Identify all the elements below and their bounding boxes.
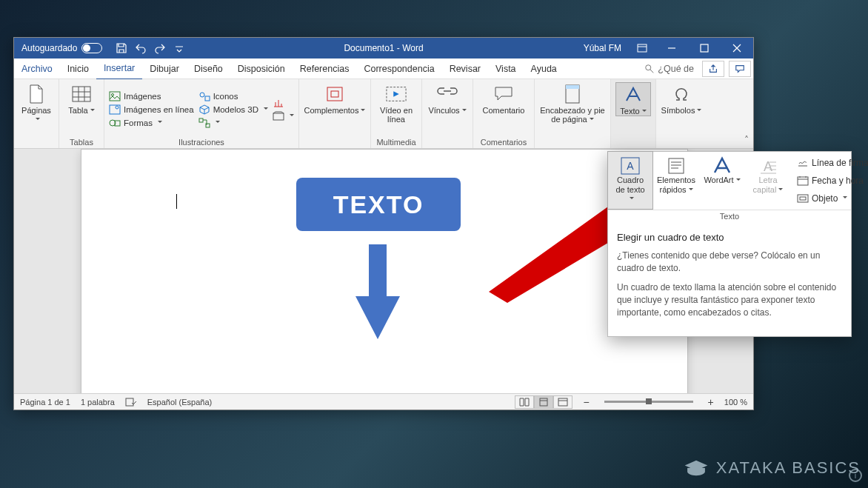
texto-button[interactable]: Texto — [615, 82, 651, 116]
zoom-slider[interactable] — [604, 401, 693, 403]
word-count[interactable]: 1 palabra — [81, 398, 115, 407]
tab-file[interactable]: Archivo — [14, 59, 60, 79]
fecha-y-hora-button[interactable]: Fecha y hora — [797, 174, 868, 187]
tab-correspondencia[interactable]: Correspondencia — [356, 59, 441, 79]
tab-ayuda[interactable]: Ayuda — [524, 59, 564, 79]
undo-icon[interactable] — [135, 42, 147, 54]
tab-dibujar[interactable]: Dibujar — [142, 59, 187, 79]
read-mode-button[interactable] — [515, 395, 534, 409]
language-indicator[interactable]: Español (España) — [147, 398, 212, 407]
objeto-button[interactable]: Objeto — [797, 192, 868, 205]
tooltip-panel: Elegir un cuadro de texto ¿Tienes conten… — [608, 224, 851, 336]
tab-insertar[interactable]: Insertar — [96, 58, 142, 80]
wordart-button[interactable]: WordArt — [699, 152, 745, 210]
cuadro-de-texto-button[interactable]: A Cuadro de texto — [607, 151, 653, 210]
svg-rect-14 — [273, 113, 284, 120]
tab-inicio[interactable]: Inicio — [60, 59, 96, 79]
complementos-button[interactable]: Complementos — [304, 82, 366, 115]
redo-icon[interactable] — [154, 42, 166, 54]
tab-revisar[interactable]: Revisar — [442, 59, 488, 79]
text-cursor — [176, 194, 177, 209]
svg-point-7 — [116, 106, 118, 109]
wordart-icon — [712, 156, 732, 176]
addins-icon — [324, 84, 345, 104]
close-button[interactable] — [721, 38, 753, 59]
qat-more-icon[interactable] — [173, 42, 185, 54]
svg-text:A: A — [764, 159, 772, 174]
smartart-button[interactable] — [198, 116, 268, 130]
chart-button[interactable] — [273, 96, 294, 110]
svg-rect-26 — [669, 158, 684, 173]
minimize-button[interactable] — [655, 38, 688, 59]
svg-rect-11 — [205, 96, 210, 101]
spellcheck-icon[interactable] — [125, 397, 137, 407]
autosave-label: Autoguardado — [21, 43, 77, 53]
group-texto: Texto — [611, 79, 656, 148]
imagenes-button[interactable]: Imágenes — [109, 90, 194, 103]
title-bar: Autoguardado Documento1 - Word Yúbal FM — [14, 38, 753, 59]
paginas-button[interactable]: Páginas — [19, 82, 54, 124]
table-icon — [71, 84, 92, 104]
maximize-button[interactable] — [688, 38, 721, 59]
tab-disposicion[interactable]: Disposición — [230, 59, 293, 79]
tab-vista[interactable]: Vista — [488, 59, 524, 79]
svg-rect-1 — [701, 44, 708, 52]
svg-rect-28 — [798, 177, 808, 185]
svg-rect-23 — [558, 398, 567, 406]
group-paginas: Páginas — [14, 79, 59, 148]
autosave-toggle[interactable]: Autoguardado — [14, 43, 110, 53]
tab-referencias[interactable]: Referencias — [293, 59, 357, 79]
zoom-level[interactable]: 100 % — [724, 398, 747, 407]
svg-rect-12 — [199, 118, 203, 122]
pictures-icon — [109, 90, 121, 102]
comments-pane-button[interactable] — [729, 61, 751, 77]
chart-icon — [273, 97, 284, 109]
screenshot-icon — [273, 110, 284, 122]
collapse-ribbon-icon[interactable]: ˄ — [744, 135, 749, 145]
web-layout-button[interactable] — [553, 395, 572, 409]
vinculos-button[interactable]: Vínculos — [427, 82, 468, 115]
status-bar: Página 1 de 1 1 palabra Español (España)… — [14, 393, 753, 410]
iconos-button[interactable]: Iconos — [198, 90, 268, 103]
tab-diseno[interactable]: Diseño — [187, 59, 230, 79]
linea-de-firma-button[interactable]: Línea de firma — [797, 156, 868, 170]
ribbon-display-icon[interactable] — [629, 42, 655, 54]
group-label: Ilustraciones — [109, 136, 294, 147]
simbolos-label: Símbolos — [661, 106, 702, 115]
simbolos-button[interactable]: Símbolos — [661, 82, 702, 115]
user-name[interactable]: Yúbal FM — [576, 43, 629, 53]
formas-button[interactable]: Formas — [109, 116, 194, 130]
share-button[interactable] — [702, 61, 724, 77]
tell-me-search[interactable]: ¿Qué de — [638, 64, 700, 74]
group-label — [304, 136, 366, 147]
texto-gallery-popup: A Cuadro de texto Elementos rápidos Word… — [607, 151, 852, 337]
zoom-out-button[interactable]: − — [583, 396, 589, 408]
document-page[interactable]: TEXTO — [81, 149, 688, 393]
print-layout-button[interactable] — [534, 395, 553, 409]
video-en-linea-button[interactable]: Vídeo en línea — [375, 82, 417, 124]
tooltip-text-1: ¿Tienes contenido que debe verse? Colóca… — [617, 250, 842, 275]
group-label — [19, 136, 54, 147]
drop-cap-icon: A — [758, 156, 778, 176]
comment-icon — [493, 84, 514, 104]
quick-parts-icon — [666, 156, 687, 176]
3d-models-icon — [198, 104, 210, 116]
group-multimedia: Vídeo en línea Multimedia — [371, 79, 422, 148]
letra-capital-button: A Letra capital — [745, 152, 791, 210]
icons-icon — [198, 90, 210, 102]
page-indicator[interactable]: Página 1 de 1 — [20, 398, 70, 407]
tabla-button[interactable]: Tabla — [64, 82, 99, 115]
group-complementos: Complementos — [299, 79, 371, 148]
group-ilustraciones: Imágenes Imágenes en línea Formas Iconos… — [104, 79, 299, 148]
elementos-rapidos-button[interactable]: Elementos rápidos — [653, 152, 699, 210]
save-icon[interactable] — [116, 42, 127, 54]
comentario-button[interactable]: Comentario — [478, 82, 530, 115]
zoom-in-button[interactable]: + — [708, 396, 714, 408]
imagenes-en-linea-button[interactable]: Imágenes en línea — [109, 103, 194, 116]
blue-down-arrow-shape[interactable] — [355, 244, 400, 341]
info-icon: i — [849, 469, 862, 482]
svg-point-2 — [646, 64, 651, 70]
screenshot-button[interactable] — [273, 110, 294, 123]
modelos-3d-button[interactable]: Modelos 3D — [198, 103, 268, 116]
encabezado-pie-button[interactable]: Encabezado y pie de página — [539, 82, 606, 124]
